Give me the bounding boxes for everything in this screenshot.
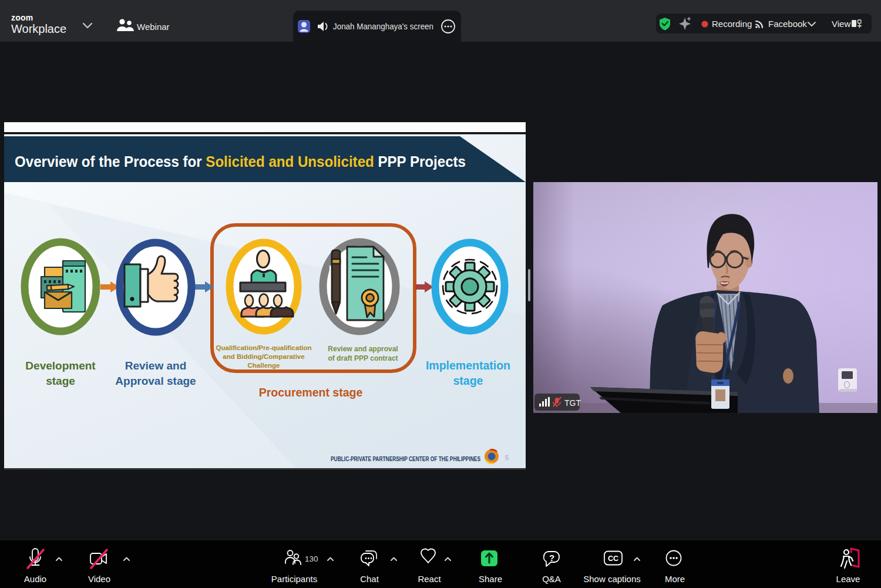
svg-text:Facebook: Facebook xyxy=(768,19,807,29)
svg-text:PUBLIC-PRIVATE PARTNERSHIP CEN: PUBLIC-PRIVATE PARTNERSHIP CENTER OF THE… xyxy=(331,455,480,462)
svg-text:Workplace: Workplace xyxy=(11,22,66,35)
svg-text:Q&A: Q&A xyxy=(542,574,561,584)
svg-text:Jonah Mananghaya's screen: Jonah Mananghaya's screen xyxy=(333,22,433,31)
svg-text:Review and: Review and xyxy=(125,359,187,372)
svg-text:Development: Development xyxy=(25,359,96,372)
svg-text:130: 130 xyxy=(305,555,318,563)
svg-text:5: 5 xyxy=(505,454,509,461)
svg-text:Qualification/Pre-qualificatio: Qualification/Pre-qualification xyxy=(216,344,312,351)
svg-text:TGT: TGT xyxy=(564,398,581,408)
svg-text:zoom: zoom xyxy=(11,13,33,22)
svg-text:Approval stage: Approval stage xyxy=(115,375,196,387)
svg-text:stage: stage xyxy=(46,375,75,387)
svg-text:Recording: Recording xyxy=(712,19,752,29)
svg-text:Chat: Chat xyxy=(360,574,379,584)
svg-text:Review and approval: Review and approval xyxy=(328,345,398,353)
svg-text:Audio: Audio xyxy=(24,574,46,584)
svg-text:and Bidding/Comparative: and Bidding/Comparative xyxy=(223,353,304,360)
svg-text:Share: Share xyxy=(479,574,502,584)
svg-text:View: View xyxy=(832,19,850,29)
svg-text:CC: CC xyxy=(608,555,618,563)
svg-text:Implementation: Implementation xyxy=(426,359,510,372)
svg-text:Overview of the Process for So: Overview of the Process for Solicited an… xyxy=(15,153,466,170)
svg-text:More: More xyxy=(665,574,685,584)
svg-text:Show captions: Show captions xyxy=(583,574,641,584)
svg-text:Webinar: Webinar xyxy=(137,22,170,32)
svg-text:Leave: Leave xyxy=(836,574,860,584)
svg-text:Video: Video xyxy=(88,574,110,584)
svg-text:React: React xyxy=(418,574,441,584)
svg-text:of draft PPP contract: of draft PPP contract xyxy=(328,354,398,362)
svg-text:Procurement stage: Procurement stage xyxy=(259,386,363,399)
svg-text:Participants: Participants xyxy=(271,574,317,584)
svg-text:Challenge: Challenge xyxy=(248,362,280,369)
svg-text:?: ? xyxy=(549,553,554,563)
svg-text:stage: stage xyxy=(453,374,483,387)
